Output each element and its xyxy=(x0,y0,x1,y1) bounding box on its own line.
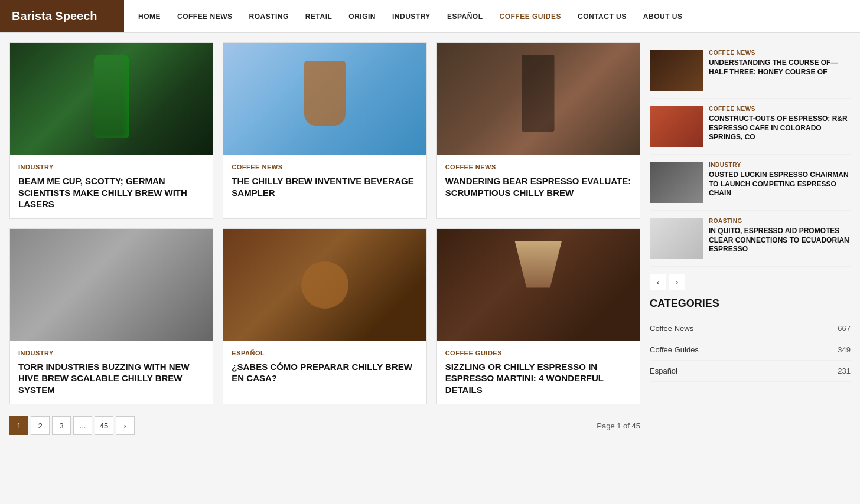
article-image-iced-coffee xyxy=(437,43,640,155)
nav-item-industry[interactable]: INDUSTRY xyxy=(384,0,439,32)
sidebar-articles: COFFEE NEWSUNDERSTANDING THE COURSE OF—H… xyxy=(650,42,851,267)
category-name: Español xyxy=(650,366,677,375)
main-content: INDUSTRYBEAM ME CUP, SCOTTY; GERMAN SCIE… xyxy=(9,42,640,435)
category-row[interactable]: Coffee News667 xyxy=(650,318,851,339)
sidebar-article[interactable]: INDUSTRYOUSTED LUCKIN ESPRESSO CHAIRMAN … xyxy=(650,155,851,211)
article-card[interactable]: COFFEE NEWSTHE CHILLY BREW INVENTIVE BEV… xyxy=(223,42,426,219)
article-image-green-bottle xyxy=(10,43,213,155)
page-button-1[interactable]: 1 xyxy=(9,416,28,435)
article-title: ¿SABES CÓMO PREPARAR CHILLY BREW EN CASA… xyxy=(232,361,418,384)
article-card[interactable]: INDUSTRYBEAM ME CUP, SCOTTY; GERMAN SCIE… xyxy=(9,42,213,219)
category-row[interactable]: Coffee Guides349 xyxy=(650,339,851,361)
article-grid: INDUSTRYBEAM ME CUP, SCOTTY; GERMAN SCIE… xyxy=(9,42,640,404)
category-name: Coffee News xyxy=(650,324,693,333)
article-title: TORR INDUSTRIES BUZZING WITH NEW HIVE BR… xyxy=(18,361,204,396)
sidebar-article-title: UNDERSTANDING THE COURSE OF—HALF THREE: … xyxy=(709,58,851,77)
nav-item-about-us[interactable]: ABOUT US xyxy=(635,0,691,32)
article-image-whisky-glass xyxy=(223,43,426,155)
article-category: ESPAÑOL xyxy=(232,349,418,356)
page-body: INDUSTRYBEAM ME CUP, SCOTTY; GERMAN SCIE… xyxy=(0,33,860,444)
page-button-3[interactable]: 3 xyxy=(52,416,71,435)
sidebar-article-title: CONSTRUCT-OUTS OF ESPRESSO: R&R ESPRESSO… xyxy=(709,114,851,142)
article-category: COFFEE GUIDES xyxy=(445,349,631,356)
article-body: INDUSTRYTORR INDUSTRIES BUZZING WITH NEW… xyxy=(10,341,213,404)
article-title: SIZZLING OR CHILLY ESPRESSO IN ESPRESSO … xyxy=(445,361,631,396)
article-category: COFFEE NEWS xyxy=(445,163,631,171)
sidebar-article-body: ROASTINGIN QUITO, ESPRESSO AID PROMOTES … xyxy=(709,218,851,259)
nav-item-home[interactable]: HOME xyxy=(130,0,169,32)
sidebar-article[interactable]: ROASTINGIN QUITO, ESPRESSO AID PROMOTES … xyxy=(650,211,851,267)
nav-item-origin[interactable]: ORIGIN xyxy=(340,0,384,32)
article-category: INDUSTRY xyxy=(18,349,204,356)
sidebar-article-category: COFFEE NEWS xyxy=(709,106,851,112)
article-card[interactable]: INDUSTRYTORR INDUSTRIES BUZZING WITH NEW… xyxy=(9,228,213,405)
article-category: COFFEE NEWS xyxy=(232,163,418,171)
category-row[interactable]: Español231 xyxy=(650,361,851,382)
sidebar-article-title: OUSTED LUCKIN ESPRESSO CHAIRMAN TO LAUNC… xyxy=(709,171,851,198)
sidebar-prev-button[interactable]: ‹ xyxy=(650,274,666,290)
pagination: 123...45›Page 1 of 45 xyxy=(9,416,640,435)
categories-list: Coffee News667Coffee Guides349Español231 xyxy=(650,318,851,382)
logo-text: Barista Speech xyxy=(12,9,97,23)
page-button-2[interactable]: 2 xyxy=(31,416,50,435)
nav-item-contact-us[interactable]: CONTACT US xyxy=(569,0,635,32)
article-image-cold-brew-top xyxy=(223,229,426,341)
sidebar-pagination: ‹ › xyxy=(650,274,851,290)
article-body: ESPAÑOL¿SABES CÓMO PREPARAR CHILLY BREW … xyxy=(223,341,426,404)
article-card[interactable]: COFFEE GUIDESSIZZLING OR CHILLY ESPRESSO… xyxy=(436,228,640,405)
categories-section: CATEGORIES Coffee News667Coffee Guides34… xyxy=(650,297,851,382)
article-image-factory xyxy=(10,229,213,341)
page-button-45[interactable]: 45 xyxy=(95,416,113,435)
sidebar-article-category: ROASTING xyxy=(709,218,851,224)
article-body: COFFEE NEWSTHE CHILLY BREW INVENTIVE BEV… xyxy=(223,155,426,218)
category-name: Coffee Guides xyxy=(650,345,699,354)
page-ellipsis: ... xyxy=(73,416,92,435)
sidebar-article-title: IN QUITO, ESPRESSO AID PROMOTES CLEAR CO… xyxy=(709,227,851,254)
article-title: THE CHILLY BREW INVENTIVE BEVERAGE SAMPL… xyxy=(232,175,418,198)
article-body: INDUSTRYBEAM ME CUP, SCOTTY; GERMAN SCIE… xyxy=(10,155,213,218)
article-body: COFFEE GUIDESSIZZLING OR CHILLY ESPRESSO… xyxy=(437,341,640,404)
main-nav: HOMECOFFEE NEWSROASTINGRETAILORIGININDUS… xyxy=(124,0,860,32)
nav-item-retail[interactable]: RETAIL xyxy=(297,0,340,32)
sidebar-article-thumb xyxy=(650,218,703,259)
page-info: Page 1 of 45 xyxy=(597,421,640,430)
sidebar: COFFEE NEWSUNDERSTANDING THE COURSE OF—H… xyxy=(650,42,851,435)
sidebar-article-category: INDUSTRY xyxy=(709,162,851,168)
sidebar-article-thumb xyxy=(650,162,703,203)
article-title: BEAM ME CUP, SCOTTY; GERMAN SCIENTISTS M… xyxy=(18,175,204,210)
sidebar-article[interactable]: COFFEE NEWSCONSTRUCT-OUTS OF ESPRESSO: R… xyxy=(650,99,851,155)
sidebar-article-body: INDUSTRYOUSTED LUCKIN ESPRESSO CHAIRMAN … xyxy=(709,162,851,203)
article-card[interactable]: ESPAÑOL¿SABES CÓMO PREPARAR CHILLY BREW … xyxy=(223,228,426,405)
nav-item-coffee-guides[interactable]: COFFEE GUIDES xyxy=(491,0,570,32)
category-count: 231 xyxy=(838,366,851,375)
article-category: INDUSTRY xyxy=(18,163,204,171)
article-title: WANDERING BEAR ESPRESSO EVALUATE: SCRUMP… xyxy=(445,175,631,198)
sidebar-article-body: COFFEE NEWSUNDERSTANDING THE COURSE OF—H… xyxy=(709,50,851,91)
nav-item-roasting[interactable]: ROASTING xyxy=(241,0,297,32)
sidebar-article[interactable]: COFFEE NEWSUNDERSTANDING THE COURSE OF—H… xyxy=(650,42,851,99)
logo[interactable]: Barista Speech xyxy=(0,0,124,32)
sidebar-article-body: COFFEE NEWSCONSTRUCT-OUTS OF ESPRESSO: R… xyxy=(709,106,851,147)
sidebar-next-button[interactable]: › xyxy=(669,274,685,290)
category-count: 667 xyxy=(838,324,851,333)
sidebar-article-thumb xyxy=(650,50,703,91)
category-count: 349 xyxy=(838,345,851,354)
header: Barista Speech HOMECOFFEE NEWSROASTINGRE… xyxy=(0,0,860,33)
categories-title: CATEGORIES xyxy=(650,297,851,310)
nav-item-coffee-news[interactable]: COFFEE NEWS xyxy=(169,0,241,32)
article-body: COFFEE NEWSWANDERING BEAR ESPRESSO EVALU… xyxy=(437,155,640,218)
nav-item-espanol[interactable]: ESPAÑOL xyxy=(439,0,491,32)
article-card[interactable]: COFFEE NEWSWANDERING BEAR ESPRESSO EVALU… xyxy=(436,42,640,219)
sidebar-article-category: COFFEE NEWS xyxy=(709,50,851,56)
sidebar-article-thumb xyxy=(650,106,703,147)
article-image-espresso-martini xyxy=(437,229,640,341)
page-next-button[interactable]: › xyxy=(116,416,135,435)
